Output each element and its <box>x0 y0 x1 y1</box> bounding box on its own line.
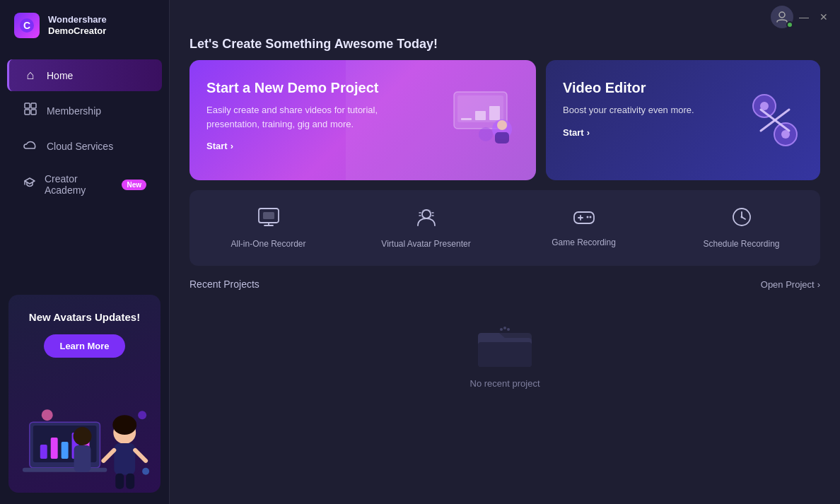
page-title: Let's Create Something Awesome Today! <box>189 37 820 52</box>
product-name: DemoCreator <box>48 25 107 37</box>
svg-rect-2 <box>25 103 30 108</box>
demo-card-illustration <box>447 81 525 159</box>
academy-badge: New <box>122 180 146 190</box>
sidebar: C Wondershare DemoCreator ⌂ Home <box>0 0 170 504</box>
avatar-presenter-icon <box>415 207 438 232</box>
brand-name: Wondershare <box>48 14 107 25</box>
svg-point-64 <box>500 328 503 331</box>
user-avatar[interactable] <box>771 6 793 28</box>
svg-text:C: C <box>23 20 30 31</box>
svg-point-35 <box>479 127 493 141</box>
action-game[interactable]: Game Recording <box>505 197 663 259</box>
academy-icon <box>23 177 36 193</box>
svg-point-65 <box>503 327 506 329</box>
svg-rect-4 <box>25 110 30 115</box>
game-recording-icon <box>573 209 595 230</box>
sidebar-item-membership-label: Membership <box>47 105 101 117</box>
svg-rect-63 <box>478 342 532 367</box>
svg-line-18 <box>135 450 146 461</box>
svg-point-26 <box>779 12 785 18</box>
sidebar-item-home-label: Home <box>47 70 73 81</box>
sidebar-item-academy[interactable]: Creator Academy New <box>7 165 162 204</box>
open-project-button[interactable]: Open Project › <box>761 279 820 290</box>
window-controls: — ✕ <box>799 12 829 22</box>
svg-point-41 <box>781 130 790 139</box>
sidebar-item-cloud-label: Cloud Services <box>47 141 113 152</box>
demo-card-chevron: › <box>231 141 233 151</box>
all-in-one-icon <box>257 207 280 232</box>
app-name-text: Wondershare DemoCreator <box>48 14 107 36</box>
svg-line-17 <box>103 450 114 461</box>
ad-illustration <box>8 394 161 493</box>
logo-area: C Wondershare DemoCreator <box>0 0 169 51</box>
svg-rect-30 <box>475 111 486 120</box>
app-logo-icon: C <box>14 13 40 38</box>
avatar-presenter-label: Virtual Avatar Presenter <box>381 239 470 249</box>
video-card-desc: Boost your creativity even more. <box>563 103 695 117</box>
svg-rect-43 <box>263 212 274 219</box>
sidebar-item-home[interactable]: ⌂ Home <box>7 59 162 91</box>
svg-point-33 <box>497 120 507 130</box>
svg-point-24 <box>138 411 146 419</box>
online-status-dot <box>786 21 793 28</box>
svg-rect-20 <box>126 474 134 489</box>
svg-rect-9 <box>51 438 58 459</box>
svg-point-16 <box>112 415 136 435</box>
title-bar: — ✕ <box>170 0 840 34</box>
empty-projects-text: No recent project <box>470 378 540 389</box>
quick-actions-bar: All-in-One Recorder Virtual Avatar Prese… <box>189 190 820 266</box>
svg-rect-29 <box>461 118 472 120</box>
home-icon: ⌂ <box>23 68 38 83</box>
ad-title: New Avatars Updates! <box>29 310 140 324</box>
minimize-button[interactable]: — <box>799 12 809 22</box>
video-editor-card[interactable]: Video Editor Boost your creativity even … <box>546 60 820 180</box>
demo-project-card[interactable]: Start a New Demo Project Easily create a… <box>189 60 536 180</box>
svg-point-25 <box>142 468 149 475</box>
sidebar-item-academy-label: Creator Academy <box>45 173 110 196</box>
svg-point-40 <box>760 102 769 110</box>
action-all-in-one[interactable]: All-in-One Recorder <box>189 197 347 259</box>
action-schedule[interactable]: Schedule Recording <box>663 197 820 259</box>
svg-rect-8 <box>40 445 47 459</box>
svg-point-61 <box>740 216 742 218</box>
svg-point-66 <box>507 328 510 331</box>
schedule-recording-icon <box>732 207 752 232</box>
main-content: — ✕ Let's Create Something Awesome Today… <box>170 0 840 504</box>
sidebar-ad: New Avatars Updates! Learn More <box>8 295 161 493</box>
sidebar-item-membership[interactable]: Membership <box>7 94 162 127</box>
membership-icon <box>23 102 38 119</box>
svg-rect-3 <box>31 103 36 108</box>
svg-rect-22 <box>74 445 91 472</box>
svg-point-57 <box>589 216 591 218</box>
sidebar-nav: ⌂ Home Membership Cloud Services <box>0 51 169 283</box>
video-card-illustration <box>740 85 810 156</box>
svg-rect-34 <box>495 132 509 143</box>
open-project-label: Open Project <box>761 279 815 290</box>
game-recording-label: Game Recording <box>552 238 616 247</box>
close-button[interactable]: ✕ <box>819 12 829 22</box>
svg-rect-15 <box>114 443 135 475</box>
recent-projects-header: Recent Projects Open Project › <box>189 279 820 290</box>
empty-projects-state: No recent project <box>189 301 820 410</box>
svg-rect-10 <box>62 442 69 459</box>
video-card-chevron: › <box>587 127 590 138</box>
page-title-area: Let's Create Something Awesome Today! <box>170 34 840 60</box>
svg-point-21 <box>74 427 92 445</box>
open-project-chevron: › <box>817 279 820 290</box>
empty-folder-icon <box>477 322 533 368</box>
all-in-one-label: All-in-One Recorder <box>231 239 305 249</box>
ad-learn-button[interactable]: Learn More <box>44 334 124 358</box>
recent-projects-title: Recent Projects <box>189 279 259 290</box>
svg-rect-19 <box>115 474 124 489</box>
svg-point-23 <box>42 409 53 421</box>
svg-point-56 <box>586 216 588 218</box>
svg-rect-13 <box>23 468 107 472</box>
action-avatar[interactable]: Virtual Avatar Presenter <box>347 197 505 259</box>
cloud-icon <box>23 139 38 153</box>
demo-card-desc: Easily create and share videos for tutor… <box>206 103 378 131</box>
schedule-recording-label: Schedule Recording <box>703 239 779 249</box>
svg-rect-5 <box>31 110 36 115</box>
svg-point-47 <box>422 210 431 218</box>
svg-rect-31 <box>489 106 500 120</box>
sidebar-item-cloud[interactable]: Cloud Services <box>7 130 162 162</box>
